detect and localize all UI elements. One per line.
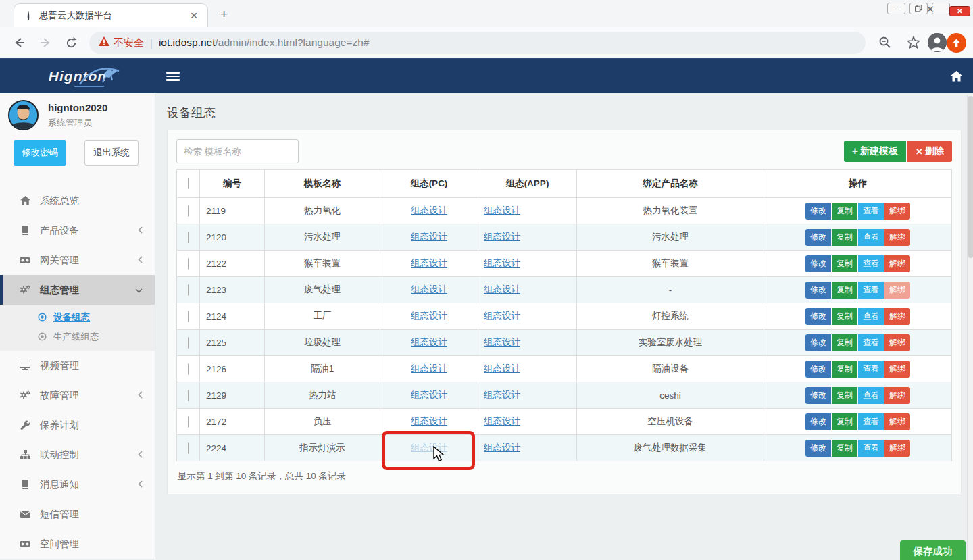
browser-profile-icon[interactable]: [928, 33, 947, 52]
view-button[interactable]: 查看: [858, 255, 884, 272]
close-icon[interactable]: ✕: [932, 3, 950, 14]
reload-icon[interactable]: [61, 32, 81, 53]
row-checkbox[interactable]: [188, 258, 189, 270]
copy-button[interactable]: 复制: [832, 308, 857, 325]
view-button[interactable]: 查看: [858, 308, 884, 325]
pc-config-link[interactable]: 组态设计: [411, 337, 447, 347]
view-button[interactable]: 查看: [858, 413, 884, 430]
app-config-link[interactable]: 组态设计: [484, 337, 520, 347]
row-checkbox[interactable]: [188, 284, 189, 296]
edit-button[interactable]: 修改: [805, 440, 831, 457]
row-checkbox[interactable]: [188, 416, 189, 428]
pc-config-link[interactable]: 组态设计: [411, 258, 447, 268]
sidebar-item-10[interactable]: 短信管理: [0, 499, 155, 529]
copy-button[interactable]: 复制: [832, 255, 857, 272]
app-config-link[interactable]: 组态设计: [484, 442, 520, 453]
logout-button[interactable]: 退出系统: [84, 140, 139, 166]
view-button[interactable]: 查看: [858, 334, 884, 351]
edit-button[interactable]: 修改: [805, 255, 831, 272]
view-button[interactable]: 查看: [858, 387, 884, 404]
pc-config-link[interactable]: 组态设计: [411, 232, 447, 242]
row-checkbox[interactable]: [188, 442, 189, 454]
pc-config-link[interactable]: 组态设计: [411, 390, 447, 400]
sidebar-item-1[interactable]: 系统总览: [0, 186, 155, 215]
search-input[interactable]: [176, 139, 299, 163]
scrollbar-thumb[interactable]: [968, 96, 973, 258]
copy-button[interactable]: 复制: [832, 361, 857, 378]
edit-button[interactable]: 修改: [805, 282, 831, 299]
edit-button[interactable]: 修改: [805, 387, 831, 404]
edit-button[interactable]: 修改: [805, 229, 831, 246]
edit-button[interactable]: 修改: [805, 334, 831, 351]
sidebar-item-2[interactable]: 产品设备: [0, 215, 155, 245]
new-template-button[interactable]: +新建模板: [844, 141, 906, 162]
page-scrollbar[interactable]: [967, 95, 973, 560]
sidebar-item-8[interactable]: 联动控制: [0, 440, 155, 469]
app-config-link[interactable]: 组态设计: [484, 311, 520, 321]
pc-config-link[interactable]: 组态设计: [411, 416, 447, 426]
sidebar-item-5[interactable]: 视频管理: [0, 351, 155, 380]
app-config-link[interactable]: 组态设计: [484, 232, 520, 242]
unbind-button[interactable]: 解绑: [884, 229, 910, 246]
app-config-link[interactable]: 组态设计: [484, 363, 520, 374]
app-config-link[interactable]: 组态设计: [484, 284, 520, 295]
browser-update-icon[interactable]: [947, 33, 966, 53]
app-config-link[interactable]: 组态设计: [484, 205, 520, 215]
minimize-icon[interactable]: —: [887, 3, 905, 14]
copy-button[interactable]: 复制: [832, 203, 857, 220]
delete-button[interactable]: ✕删除: [907, 141, 952, 162]
unbind-button[interactable]: 解绑: [884, 308, 910, 325]
user-avatar[interactable]: [8, 100, 39, 130]
unbind-button[interactable]: 解绑: [884, 413, 910, 430]
edit-button[interactable]: 修改: [805, 308, 831, 325]
pc-config-link[interactable]: 组态设计: [411, 363, 447, 374]
sidebar-item-11[interactable]: 空间管理: [0, 529, 155, 559]
edit-button[interactable]: 修改: [805, 413, 831, 430]
row-checkbox[interactable]: [188, 232, 189, 243]
unbind-button[interactable]: 解绑: [884, 387, 910, 404]
app-config-link[interactable]: 组态设计: [484, 390, 520, 400]
browser-tab[interactable]: 思普云大数据平台 ✕: [14, 3, 208, 27]
pc-config-link[interactable]: 组态设计: [411, 205, 447, 215]
sidebar-item-4[interactable]: 组态管理: [0, 275, 155, 305]
restore-icon[interactable]: [909, 3, 928, 14]
edit-button[interactable]: 修改: [805, 361, 831, 378]
sidebar-item-9[interactable]: 消息通知: [0, 469, 155, 499]
sidebar-subitem[interactable]: 生产线组态: [0, 327, 155, 347]
view-button[interactable]: 查看: [858, 282, 884, 299]
pc-config-link[interactable]: 组态设计: [411, 284, 447, 295]
home-icon[interactable]: [951, 71, 962, 82]
row-checkbox[interactable]: [188, 337, 189, 349]
copy-button[interactable]: 复制: [832, 282, 857, 299]
unbind-button[interactable]: 解绑: [884, 255, 910, 272]
copy-button[interactable]: 复制: [832, 413, 857, 430]
unbind-button[interactable]: 解绑: [884, 440, 910, 457]
pc-config-link[interactable]: 组态设计: [411, 311, 447, 321]
back-icon[interactable]: [9, 32, 30, 53]
zoom-indicator-icon[interactable]: [876, 33, 895, 52]
bookmark-star-icon[interactable]: [904, 33, 923, 52]
view-button[interactable]: 查看: [858, 203, 884, 220]
copy-button[interactable]: 复制: [832, 334, 857, 351]
url-bar[interactable]: 不安全 | iot.idosp.net /admin/index.html?la…: [89, 32, 866, 54]
view-button[interactable]: 查看: [858, 440, 884, 457]
app-config-link[interactable]: 组态设计: [484, 416, 520, 426]
sidebar-item-7[interactable]: 保养计划: [0, 410, 155, 440]
row-checkbox[interactable]: [188, 390, 189, 401]
sidebar-subitem[interactable]: 设备组态: [0, 307, 155, 327]
sidebar-item-3[interactable]: 网关管理: [0, 245, 155, 275]
unbind-button[interactable]: 解绑: [884, 334, 910, 351]
edit-button[interactable]: 修改: [805, 203, 831, 220]
view-button[interactable]: 查看: [858, 229, 884, 246]
view-button[interactable]: 查看: [858, 361, 884, 378]
row-checkbox[interactable]: [188, 311, 189, 322]
forward-icon[interactable]: [35, 32, 55, 53]
app-config-link[interactable]: 组态设计: [484, 258, 520, 268]
sidebar-item-6[interactable]: 故障管理: [0, 380, 155, 410]
not-secure-label[interactable]: 不安全: [114, 36, 144, 49]
capture-stop-button[interactable]: ✕: [949, 6, 970, 16]
unbind-button[interactable]: 解绑: [884, 282, 910, 299]
row-checkbox[interactable]: [188, 363, 189, 375]
unbind-button[interactable]: 解绑: [884, 203, 910, 220]
hamburger-menu-icon[interactable]: [166, 72, 180, 81]
